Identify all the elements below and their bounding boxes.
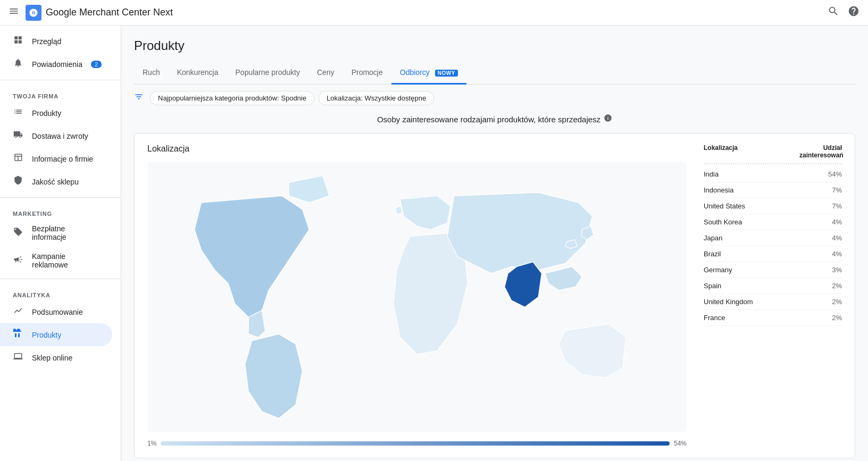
notification-badge: 2: [91, 61, 102, 68]
header-actions: [828, 5, 859, 20]
layout: Przegląd Powiadomienia 2 TWOJA FIRMA Pro…: [0, 26, 868, 461]
table-row-kr: South Korea 4%: [704, 214, 842, 230]
sidebar-item-jakosc[interactable]: Jakość sklepu: [0, 170, 112, 193]
sidebar-item-sklep[interactable]: Sklep online: [0, 346, 112, 369]
tab-ceny[interactable]: Ceny: [308, 62, 343, 85]
col-header-location: Lokalizacja: [704, 144, 738, 159]
table-row: Indonesia 7%: [704, 182, 842, 198]
logo: Google Merchant Center Next: [26, 5, 173, 21]
legend-min: 1%: [147, 440, 156, 447]
sidebar-item-produkty-active[interactable]: Produkty: [0, 323, 112, 346]
sidebar-item-powiadomienia[interactable]: Powiadomienia 2: [0, 53, 112, 76]
divider: [0, 197, 121, 198]
legend-bar: [161, 441, 670, 446]
map-container: Lokalizacja: [147, 144, 687, 447]
section-heading: Osoby zainteresowane rodzajami produktów…: [134, 114, 855, 124]
sidebar-label: Przegląd: [32, 37, 61, 46]
help-icon[interactable]: [848, 5, 859, 20]
section-label-analityka: ANALITYKA: [0, 283, 121, 300]
sidebar-item-przeglad[interactable]: Przegląd: [0, 30, 112, 53]
chart-icon: [13, 306, 23, 318]
table-row: Brazil 4%: [704, 246, 842, 262]
sidebar-item-podsumowanie[interactable]: Podsumowanie: [0, 300, 112, 323]
monitor-icon: [13, 351, 23, 364]
table-row: Germany 3%: [704, 262, 842, 278]
tab-odbiorcy[interactable]: Odbiorcy NOWY: [391, 62, 466, 85]
list-icon: [13, 107, 23, 119]
table-row: Spain 2%: [704, 278, 842, 294]
sidebar-label: Sklep online: [32, 354, 72, 362]
filter-chip-label: Lokalizacja: Wszystkie dostępne: [327, 94, 426, 102]
sidebar-label: Produkty: [32, 109, 61, 118]
table-row: United Kingdom 2%: [704, 294, 842, 310]
filter-chip-lokalizacja[interactable]: Lokalizacja: Wszystkie dostępne: [319, 91, 434, 105]
filter-icon: [134, 92, 144, 104]
sidebar-item-produkty-nav[interactable]: Produkty: [0, 102, 112, 124]
megaphone-icon: [13, 255, 23, 267]
sidebar-item-informacje[interactable]: Informacje o firmie: [0, 147, 112, 170]
main-content: Produkty Ruch Konkurencja Popularne prod…: [121, 26, 868, 461]
sidebar-label: Podsumowanie: [32, 308, 83, 316]
box-icon: [13, 329, 23, 341]
new-badge: NOWY: [435, 70, 458, 77]
shield-icon: [13, 175, 23, 188]
map-table: Lokalizacja Udział zainteresowań India 5…: [704, 144, 842, 447]
world-map-wrap: [147, 162, 687, 433]
sidebar-label: Informacje o firmie: [32, 155, 93, 163]
sidebar-label: Kampanie reklamowe: [32, 252, 99, 269]
table-icon: [13, 153, 23, 165]
header: Google Merchant Center Next: [0, 0, 868, 26]
grid-icon: [13, 35, 23, 47]
map-card: Lokalizacja: [134, 133, 855, 458]
sidebar-item-dostawa[interactable]: Dostawa i zwroty: [0, 124, 112, 147]
table-row: India 54%: [704, 166, 842, 182]
sidebar-label: Powiadomienia: [32, 60, 82, 69]
filter-bar: Najpopularniejsza kategoria produktów: S…: [134, 85, 855, 114]
sidebar-item-bezplatne[interactable]: Bezpłatne informacje: [0, 219, 112, 247]
tab-promocje[interactable]: Promocje: [343, 62, 391, 85]
world-map-svg: [147, 162, 687, 432]
table-row: France 2%: [704, 310, 842, 326]
search-icon[interactable]: [828, 5, 839, 20]
filter-chip-label: Najpopularniejsza kategoria produktów: S…: [158, 94, 306, 102]
section-heading-text: Osoby zainteresowane rodzajami produktów…: [377, 115, 600, 124]
table-row-us: United States 7%: [704, 198, 842, 214]
page-title: Produkty: [134, 38, 855, 53]
logo-icon: [26, 5, 41, 21]
section-label-twoja-firma: TWOJA FIRMA: [0, 85, 121, 102]
table-row: Japan 4%: [704, 230, 842, 246]
sidebar-item-kampanie[interactable]: Kampanie reklamowe: [0, 247, 112, 274]
truck-icon: [13, 130, 23, 142]
filter-chip-kategoria[interactable]: Najpopularniejsza kategoria produktów: S…: [150, 91, 314, 105]
divider: [0, 80, 121, 80]
sidebar-label: Dostawa i zwroty: [32, 132, 88, 140]
sidebar-label: Jakość sklepu: [32, 178, 79, 186]
tag-icon: [13, 227, 23, 239]
section-label-marketing: MARKETING: [0, 202, 121, 219]
sidebar-label: Bezpłatne informacje: [32, 224, 99, 241]
sidebar-label: Produkty: [32, 331, 61, 339]
tabs-bar: Ruch Konkurencja Popularne produkty Ceny…: [134, 62, 855, 85]
map-title: Lokalizacja: [147, 144, 687, 154]
tab-popularne[interactable]: Popularne produkty: [227, 62, 308, 85]
info-icon[interactable]: [604, 114, 612, 124]
bell-icon: [13, 58, 23, 70]
map-legend: 1% 54%: [147, 440, 687, 447]
legend-max: 54%: [674, 440, 687, 447]
header-title: Google Merchant Center Next: [46, 7, 173, 18]
col-header-share: Udział zainteresowań: [799, 144, 842, 159]
tab-ruch[interactable]: Ruch: [134, 62, 169, 85]
tab-konkurencja[interactable]: Konkurencja: [169, 62, 227, 85]
divider: [0, 279, 121, 279]
sidebar: Przegląd Powiadomienia 2 TWOJA FIRMA Pro…: [0, 26, 121, 461]
table-header: Lokalizacja Udział zainteresowań: [704, 144, 842, 164]
menu-icon[interactable]: [9, 6, 19, 19]
